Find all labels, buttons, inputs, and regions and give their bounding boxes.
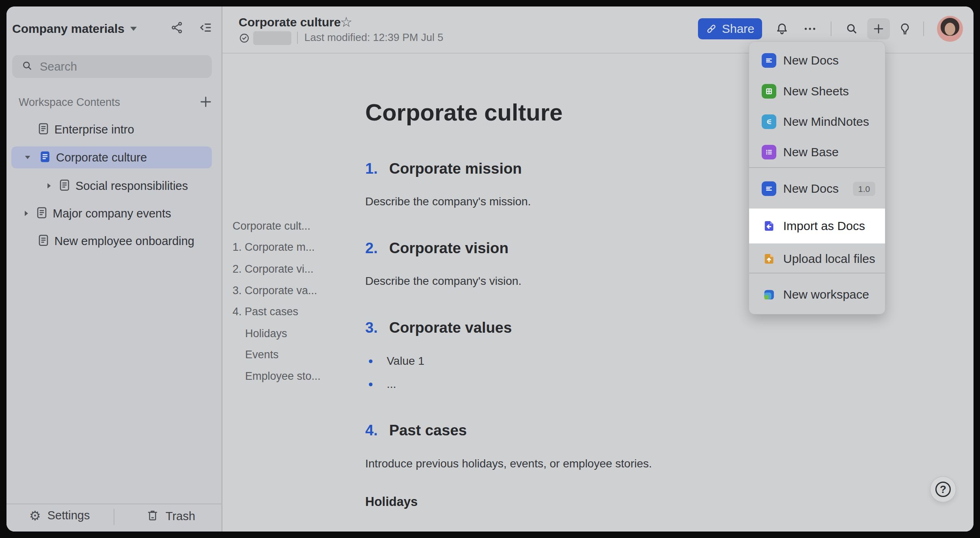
footer-separator	[114, 509, 114, 525]
workspace-icon	[762, 287, 776, 302]
section-body: Describe the company's vision.	[365, 274, 521, 288]
doc-title-topbar: Corporate culture	[239, 15, 341, 29]
more-options-icon[interactable]	[802, 24, 818, 36]
gear-icon: ⚙	[29, 509, 41, 522]
topbar-separator	[923, 22, 924, 36]
avatar-face	[945, 23, 955, 35]
topbar-separator	[831, 22, 831, 36]
outline-item[interactable]: Events	[245, 349, 279, 361]
question-mark-icon: ?	[935, 482, 951, 497]
doc-icon-active	[38, 150, 52, 165]
expand-arrow-icon[interactable]	[47, 183, 51, 189]
link-icon	[706, 23, 717, 34]
redacted-owner-name	[253, 31, 291, 45]
doc-title: Corporate culture	[365, 98, 563, 127]
section-body: Describe the company's mission.	[365, 194, 531, 209]
collapse-sidebar-icon[interactable]	[199, 21, 213, 36]
outline-item[interactable]: 4. Past cases	[233, 306, 298, 318]
trash-button[interactable]: Trash	[146, 509, 195, 523]
search-placeholder: Search	[40, 60, 77, 73]
bullet-dot-icon	[369, 359, 373, 363]
outline-item[interactable]: Employee sto...	[245, 370, 321, 383]
menu-item-new-docs-1-0[interactable]: New Docs 1.0	[749, 173, 885, 204]
menu-item-new-mindnotes[interactable]: New MindNotes	[749, 106, 885, 137]
app-window: Company materials Search Workspace Conte…	[6, 6, 974, 532]
docs-icon	[762, 53, 776, 68]
doc-icon	[37, 122, 50, 137]
help-button[interactable]: ?	[930, 476, 956, 502]
sidebar: Company materials Search Workspace Conte…	[6, 6, 222, 532]
settings-button[interactable]: ⚙ Settings	[29, 509, 90, 522]
doc-icon	[37, 233, 50, 249]
section-heading: 3. Corporate values	[365, 318, 512, 337]
menu-item-upload-local-files[interactable]: Upload local files	[749, 243, 885, 274]
notifications-bell-icon[interactable]	[775, 22, 789, 37]
sheets-icon	[762, 84, 776, 99]
menu-item-new-workspace[interactable]: New workspace	[749, 279, 885, 310]
star-favorite-icon[interactable]: ☆	[340, 14, 352, 30]
sidebar-item-social-responsibilities[interactable]: Social responsibilities	[47, 174, 188, 197]
chevron-down-icon	[130, 27, 137, 31]
share-button[interactable]: Share	[698, 18, 762, 39]
outline-item[interactable]: 2. Corporate vi...	[233, 263, 314, 275]
upload-file-icon	[762, 252, 776, 266]
footer-divider	[6, 504, 222, 504]
section-body: Introduce previous holidays, events, or …	[365, 456, 652, 471]
menu-item-new-base[interactable]: New Base	[749, 137, 885, 168]
base-icon	[762, 145, 776, 159]
section-heading: 2. Corporate vision	[365, 239, 508, 258]
expand-arrow-icon[interactable]	[25, 211, 28, 216]
create-menu: New Docs New Sheets New MindNotes	[749, 41, 885, 314]
expand-arrow-icon[interactable]	[25, 156, 30, 159]
outline-item[interactable]: 1. Corporate m...	[233, 241, 315, 254]
outline-item[interactable]: 3. Corporate va...	[233, 284, 317, 297]
search-doc-icon[interactable]	[845, 22, 859, 37]
bullet-item: ...	[369, 377, 396, 392]
sub-heading: Holidays	[365, 494, 418, 510]
bullet-item: Value 1	[369, 354, 424, 368]
version-badge: 1.0	[853, 182, 875, 196]
doc-icon	[35, 206, 49, 221]
sidebar-item-new-employee-onboarding[interactable]: New employee onboarding	[37, 230, 194, 252]
verified-check-icon	[239, 32, 250, 45]
share-workspace-icon[interactable]	[170, 21, 184, 36]
outline-item[interactable]: Holidays	[245, 327, 287, 340]
last-modified-text: Last modified: 12:39 PM Jul 5	[304, 31, 444, 44]
trash-icon	[146, 509, 159, 523]
main-area: Corporate culture ☆ Last modified: 12:39…	[222, 6, 974, 532]
sidebar-item-enterprise-intro[interactable]: Enterprise intro	[37, 118, 134, 141]
workspace-switcher[interactable]: Company materials	[12, 22, 137, 36]
lightbulb-help-icon[interactable]	[898, 22, 912, 37]
doc-icon	[58, 178, 71, 194]
section-heading: 4. Past cases	[365, 421, 467, 440]
create-new-button[interactable]	[867, 18, 890, 39]
sidebar-item-major-company-events[interactable]: Major company events	[24, 202, 171, 225]
mindnotes-icon	[762, 114, 776, 129]
outline-item[interactable]: Corporate cult...	[233, 220, 310, 232]
workspace-name: Company materials	[12, 22, 125, 36]
user-avatar[interactable]	[937, 16, 963, 42]
import-docs-icon	[762, 219, 776, 233]
docs-icon	[762, 181, 776, 196]
search-icon	[21, 60, 33, 73]
workspace-contents-label: Workspace Contents	[19, 96, 120, 109]
section-heading: 1. Corporate mission	[365, 159, 522, 178]
menu-item-import-as-docs[interactable]: Import as Docs	[749, 209, 885, 243]
menu-item-new-docs[interactable]: New Docs	[749, 45, 885, 76]
sidebar-item-corporate-culture[interactable]: Corporate culture	[24, 146, 147, 169]
menu-item-new-sheets[interactable]: New Sheets	[749, 76, 885, 107]
menu-divider	[749, 167, 885, 168]
bullet-dot-icon	[369, 383, 373, 386]
add-content-icon[interactable]	[199, 95, 213, 110]
topbar-sub-separator	[297, 32, 298, 44]
menu-divider	[749, 273, 885, 273]
search-input[interactable]: Search	[12, 55, 212, 78]
